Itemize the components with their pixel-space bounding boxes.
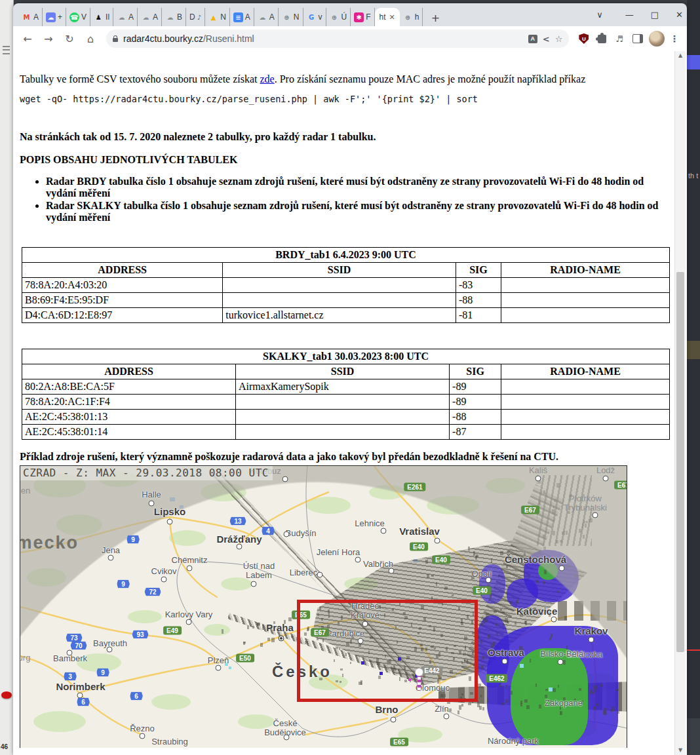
bookmark-star-icon[interactable]: ☆ xyxy=(555,34,563,44)
city-label: Kališ xyxy=(529,466,547,475)
tab[interactable]: ⊕Ú xyxy=(326,8,351,26)
intro-paragraph: Tabulky ve formě CSV textového souboru m… xyxy=(20,73,675,85)
tab-favicon-gmail: M xyxy=(22,12,31,22)
column-header: RADIO-NAME xyxy=(501,364,670,379)
tab-favicon-globe: ⊕ xyxy=(282,12,292,22)
column-header: ADDRESS xyxy=(22,263,223,278)
city-label: Budyšín xyxy=(286,529,317,538)
address-bar[interactable]: radar4ctu.bourky.cz/Ruseni.html A < ☆ xyxy=(106,29,569,48)
back-button[interactable]: ← xyxy=(18,29,37,48)
tab-label: A xyxy=(269,12,275,22)
city-label: Čenstochová xyxy=(505,555,566,564)
bullet-list: Radar BRDY tabulka číslo 1 obsahuje sezn… xyxy=(20,176,675,223)
lock-icon[interactable] xyxy=(113,38,118,42)
road-shield: E40 xyxy=(432,556,450,564)
tab-favicon-person: ♟ xyxy=(94,12,104,22)
tab[interactable]: ☁A xyxy=(138,8,162,26)
tab[interactable]: ⊕h xyxy=(400,8,423,26)
side-panel-icon[interactable] xyxy=(632,34,643,43)
city-marker xyxy=(284,532,290,537)
background-row xyxy=(687,718,700,755)
radar-image-title: CZRAD - Z: MAX - 29.03.2018 08:00 UTC xyxy=(20,466,273,480)
table-cell: 78:8A:20:A4:03:20 xyxy=(22,278,223,293)
home-button[interactable]: ⌂ xyxy=(81,29,100,48)
table-row: D4:CA:6D:12:E8:97turkovice1.allstarnet.c… xyxy=(22,308,670,323)
road-shield: E67 xyxy=(614,481,627,490)
table-cell: -81 xyxy=(456,308,501,323)
tab[interactable]: ⊕N xyxy=(279,8,303,26)
tab[interactable]: ☁B xyxy=(162,8,186,26)
tab[interactable]: D♪ xyxy=(186,8,205,26)
new-tab-button[interactable]: + xyxy=(427,9,444,26)
tab[interactable]: ♟Il xyxy=(90,8,113,26)
url-text[interactable]: radar4ctu.bourky.cz/Ruseni.html xyxy=(123,33,523,44)
road-shield: 93 xyxy=(132,630,148,639)
city-marker xyxy=(558,659,564,665)
column-header: SSID xyxy=(223,263,456,278)
column-header: RADIO-NAME xyxy=(501,263,670,278)
table-cell xyxy=(501,293,670,308)
reload-button[interactable]: ↻ xyxy=(60,29,79,48)
forward-button[interactable]: → xyxy=(39,29,58,48)
translate-icon[interactable]: A xyxy=(528,35,537,43)
table-cell: -89 xyxy=(450,379,501,395)
menu-kebab-icon[interactable]: ⋮ xyxy=(670,33,679,44)
tab-label: N xyxy=(294,12,300,22)
table-cell xyxy=(236,410,450,425)
table-row: 78:8A:20:A4:03:20-83 xyxy=(22,278,670,293)
tab-label: Il xyxy=(106,12,109,22)
scroll-up-arrow[interactable]: ▲ xyxy=(675,51,686,60)
tab-label: D xyxy=(189,12,195,22)
tab-favicon-cloud: ☁ xyxy=(258,12,267,22)
close-button[interactable]: ✕ xyxy=(676,10,683,20)
tab[interactable]: ☎V xyxy=(66,8,90,26)
background-text-fragment: th t xyxy=(688,172,698,180)
tab[interactable]: ▲N xyxy=(205,8,230,26)
table-row: AE:2C:45:38:01:14-87 xyxy=(22,425,670,440)
csv-download-link[interactable]: zde xyxy=(260,73,275,85)
tab-close-icon[interactable]: ✕ xyxy=(389,13,395,22)
share-icon[interactable]: < xyxy=(543,34,550,44)
road-shield: E49 xyxy=(163,627,182,635)
ublock-extension-icon[interactable]: U xyxy=(579,33,589,44)
table-row: AE:2C:45:38:01:13-88 xyxy=(22,410,670,425)
media-queue-icon[interactable]: ♬ xyxy=(615,34,623,44)
tab[interactable]: MA xyxy=(18,8,43,26)
background-highlight-bar xyxy=(687,55,700,69)
tab[interactable]: ✱F xyxy=(351,8,374,26)
table-title: BRDY_tab1 6.4.2023 9:00 UTC xyxy=(22,248,670,263)
tab-active[interactable]: ht✕ xyxy=(375,8,400,26)
scrollbar[interactable]: ▲ ▼ xyxy=(674,51,686,755)
tab[interactable]: ☁+ xyxy=(43,8,66,26)
tab[interactable]: ≡A xyxy=(230,8,254,26)
road-shield: 6 xyxy=(130,692,143,701)
profile-avatar[interactable] xyxy=(649,31,665,47)
minimize-button[interactable]: — xyxy=(625,10,634,20)
scrollbar-thumb[interactable] xyxy=(676,272,684,652)
road-shield: 9 xyxy=(117,580,130,589)
table-cell: -89 xyxy=(450,395,501,410)
tab-search-chevron-icon[interactable]: ∨ xyxy=(596,10,603,20)
tab-favicon-cloud: ☁ xyxy=(117,12,126,22)
extensions-puzzle-icon[interactable] xyxy=(598,35,606,43)
table-cell xyxy=(501,395,670,410)
city-label: Katovice xyxy=(516,607,558,616)
maximize-button[interactable]: □ xyxy=(651,10,659,20)
table-cell: -88 xyxy=(450,410,501,425)
city-marker xyxy=(251,581,257,587)
city-marker xyxy=(108,555,114,561)
city-marker xyxy=(282,476,288,482)
tab[interactable]: Gv xyxy=(303,8,326,26)
intro-text: Tabulky ve formě CSV textového souboru m… xyxy=(20,73,260,85)
tab-favicon-google: G xyxy=(307,12,317,22)
tab-label: Ú xyxy=(341,12,347,22)
shell-command: wget -qO- https://radar4ctu.bourky.cz/pa… xyxy=(20,94,675,104)
tab[interactable]: ☁A xyxy=(254,8,279,26)
tab-audio-icon[interactable]: ♪ xyxy=(197,14,201,21)
city-label: Plzeň xyxy=(208,656,229,665)
table-cell: turkovice1.allstarnet.cz xyxy=(223,308,456,323)
scroll-down-arrow[interactable]: ▼ xyxy=(675,746,686,755)
hamburger-icon[interactable] xyxy=(3,46,10,54)
background-row xyxy=(687,341,700,359)
tab[interactable]: ☁A xyxy=(113,8,138,26)
